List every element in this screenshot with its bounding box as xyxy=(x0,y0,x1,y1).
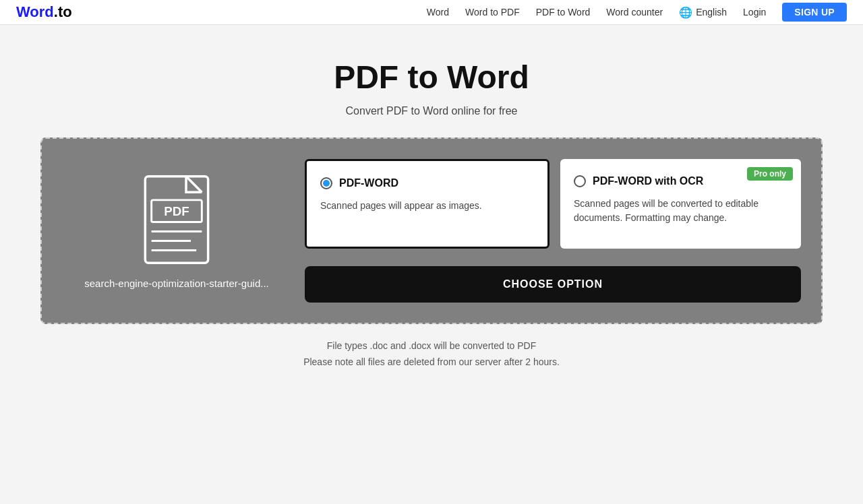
signup-button[interactable]: SIGN UP xyxy=(782,3,847,22)
nav-link-word-counter[interactable]: Word counter xyxy=(606,7,663,18)
login-link[interactable]: Login xyxy=(743,7,766,18)
option1-title: PDF-WORD xyxy=(339,177,398,189)
page-subtitle: Convert PDF to Word online for free xyxy=(346,105,518,117)
option1-header: PDF-WORD xyxy=(320,177,534,189)
pdf-file-icon: PDF xyxy=(136,172,217,267)
upload-inner: PDF search-engine-optimization-starter-g… xyxy=(62,159,801,303)
choose-option-button[interactable]: CHOOSE OPTION xyxy=(305,266,801,303)
option2-desc: Scanned pages will be converted to edita… xyxy=(574,197,787,225)
svg-text:PDF: PDF xyxy=(164,204,189,218)
language-label: English xyxy=(696,7,727,18)
globe-icon: 🌐 xyxy=(679,6,692,19)
radio-pdf-word-ocr[interactable] xyxy=(574,175,586,187)
svg-line-1 xyxy=(186,177,202,192)
radio-pdf-word[interactable] xyxy=(320,177,332,189)
logo-word: Word xyxy=(16,3,54,20)
footer-note-2: Please note all files are deleted from o… xyxy=(303,356,560,367)
nav-link-word[interactable]: Word xyxy=(427,7,449,18)
footer-note-1: File types .doc and .docx will be conver… xyxy=(303,340,560,351)
options-area: PDF-WORD Scanned pages will appear as im… xyxy=(305,159,801,303)
nav-links: Word Word to PDF PDF to Word Word counte… xyxy=(427,3,847,22)
option1-desc: Scanned pages will appear as images. xyxy=(320,199,534,213)
nav-link-pdf-to-word[interactable]: PDF to Word xyxy=(536,7,591,18)
main-content: PDF to Word Convert PDF to Word online f… xyxy=(0,25,863,373)
option-pdf-word-ocr[interactable]: Pro only PDF-WORD with OCR Scanned pages… xyxy=(560,159,801,249)
file-name: search-engine-optimization-starter-guid.… xyxy=(84,278,268,289)
pro-badge: Pro only xyxy=(747,167,793,181)
options-row: PDF-WORD Scanned pages will appear as im… xyxy=(305,159,801,249)
footer-notes: File types .doc and .docx will be conver… xyxy=(303,340,560,373)
language-selector[interactable]: 🌐 English xyxy=(679,6,727,19)
option2-title: PDF-WORD with OCR xyxy=(593,175,703,187)
option-pdf-word[interactable]: PDF-WORD Scanned pages will appear as im… xyxy=(305,159,549,249)
navbar: Word.to Word Word to PDF PDF to Word Wor… xyxy=(0,0,863,25)
logo[interactable]: Word.to xyxy=(16,3,72,21)
upload-area[interactable]: PDF search-engine-optimization-starter-g… xyxy=(40,137,823,324)
page-title: PDF to Word xyxy=(334,59,529,96)
logo-dot-to: .to xyxy=(54,3,72,20)
file-preview: PDF search-engine-optimization-starter-g… xyxy=(62,159,291,303)
nav-link-word-to-pdf[interactable]: Word to PDF xyxy=(465,7,520,18)
